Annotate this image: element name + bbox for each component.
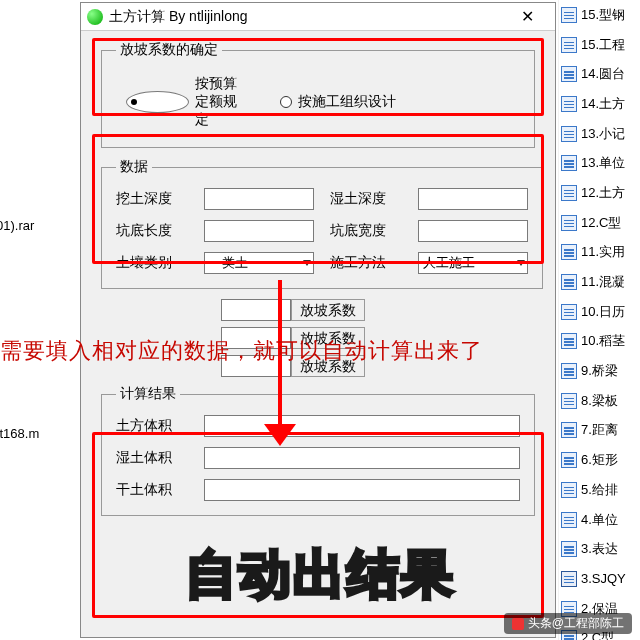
file-label: 7.距离	[581, 421, 618, 439]
slope-coef-legend: 放坡系数的确定	[116, 41, 222, 59]
file-item[interactable]: 6.矩形	[559, 445, 640, 475]
caption-text: 自动出结果	[0, 540, 640, 610]
file-label: 14.圆台	[581, 65, 625, 83]
result-legend: 计算结果	[116, 385, 180, 403]
watermark: 头条@工程部陈工	[504, 613, 632, 634]
file-icon	[561, 96, 577, 112]
annotation-text: 需要填入相对应的数据，就可以自动计算出来了	[0, 336, 640, 366]
label-pit-width: 坑底宽度	[330, 222, 402, 240]
file-item[interactable]: 13.单位	[559, 148, 640, 178]
label-wet-vol: 湿土体积	[116, 449, 196, 467]
file-icon	[561, 185, 577, 201]
file-item[interactable]: 13.小记	[559, 119, 640, 149]
result-group: 计算结果 土方体积 湿土体积 干土体积	[101, 385, 535, 516]
file-label: 15.型钢	[581, 6, 625, 24]
file-item[interactable]: 11.实用	[559, 238, 640, 268]
file-icon	[561, 7, 577, 23]
select-method[interactable]: 人工施工	[418, 252, 528, 274]
file-label: 12.C型	[581, 214, 621, 232]
file-item[interactable]: 12.土方	[559, 178, 640, 208]
file-item[interactable]: 14.土方	[559, 89, 640, 119]
label-soil-vol: 土方体积	[116, 417, 196, 435]
arrow-head-icon	[264, 424, 296, 446]
output-dry-vol	[204, 479, 520, 501]
label-soil-type: 土壤类别	[116, 254, 188, 272]
file-item[interactable]: 12.C型	[559, 208, 640, 238]
output-wet-vol	[204, 447, 520, 469]
input-pit-width[interactable]	[418, 220, 528, 242]
file-icon	[561, 452, 577, 468]
select-soil-type[interactable]: 一类土	[204, 252, 314, 274]
window-title: 土方计算 By ntlijinlong	[109, 8, 505, 26]
label-pit-len: 坑底长度	[116, 222, 188, 240]
file-icon	[561, 512, 577, 528]
slope-row-1: 放坡系数	[221, 299, 535, 321]
file-label: 10.日历	[581, 303, 625, 321]
file-icon	[561, 126, 577, 142]
label-method: 施工方法	[330, 254, 402, 272]
slope-coef-group: 放坡系数的确定 按预算定额规定 按施工组织设计	[101, 41, 535, 148]
titlebar: 土方计算 By ntlijinlong ✕	[81, 3, 555, 31]
file-item[interactable]: 8.梁板	[559, 386, 640, 416]
radio-icon	[126, 91, 189, 113]
chevron-down-icon	[303, 260, 311, 266]
file-item[interactable]: 15.工程	[559, 30, 640, 60]
chevron-down-icon	[517, 260, 525, 266]
file-item[interactable]: 5.给排	[559, 475, 640, 505]
toutiao-icon	[512, 618, 524, 630]
file-label: 11.混凝	[581, 273, 625, 291]
radio-construction[interactable]: 按施工组织设计	[280, 93, 396, 111]
file-label: 15.工程	[581, 36, 625, 54]
file-icon	[561, 393, 577, 409]
label-wet-depth: 湿土深度	[330, 190, 402, 208]
globe-icon	[87, 9, 103, 25]
file-label: 13.小记	[581, 125, 625, 143]
file-item[interactable]: 14.圆台	[559, 59, 640, 89]
input-pit-len[interactable]	[204, 220, 314, 242]
radio-icon	[280, 96, 292, 108]
label-dry-vol: 干土体积	[116, 481, 196, 499]
file-item[interactable]: 7.距离	[559, 416, 640, 446]
file-label: 4.单位	[581, 511, 618, 529]
file-item[interactable]: 10.日历	[559, 297, 640, 327]
radio-budget[interactable]: 按预算定额规定	[126, 75, 244, 129]
label-slope-1: 放坡系数	[291, 299, 365, 321]
input-wet-depth[interactable]	[418, 188, 528, 210]
file-label: 12.土方	[581, 184, 625, 202]
file-label: 13.单位	[581, 154, 625, 172]
close-button[interactable]: ✕	[505, 5, 549, 29]
file-icon	[561, 244, 577, 260]
file-icon	[561, 482, 577, 498]
file-icon	[561, 66, 577, 82]
input-dig-depth[interactable]	[204, 188, 314, 210]
file-item[interactable]: 15.型钢	[559, 0, 640, 30]
file-icon	[561, 215, 577, 231]
data-legend: 数据	[116, 158, 152, 176]
file-label: 6.矩形	[581, 451, 618, 469]
output-soil-vol	[204, 415, 520, 437]
file-icon	[561, 304, 577, 320]
file-label: 14.土方	[581, 95, 625, 113]
file-label: 5.给排	[581, 481, 618, 499]
file-icon	[561, 422, 577, 438]
file-label: 11.实用	[581, 243, 625, 261]
file-label: 8.梁板	[581, 392, 618, 410]
file-item[interactable]: 11.混凝	[559, 267, 640, 297]
bg-filename-1: 01).rar	[0, 218, 34, 233]
file-icon	[561, 37, 577, 53]
bg-filename-2: 下.it168.m	[0, 425, 39, 443]
file-icon	[561, 155, 577, 171]
file-item[interactable]: 4.单位	[559, 505, 640, 535]
file-icon	[561, 274, 577, 290]
data-group: 数据 挖土深度 湿土深度 坑底长度 坑底宽度 土壤类别 一类土 施工方法 人工施…	[101, 158, 543, 289]
label-dig-depth: 挖土深度	[116, 190, 188, 208]
